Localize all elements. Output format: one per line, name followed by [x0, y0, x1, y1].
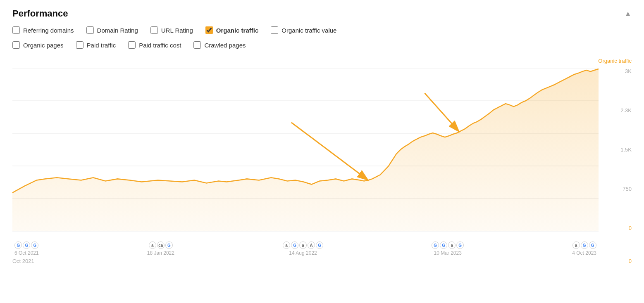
filter-row-2: Organic pages Paid traffic Paid traffic … [12, 41, 632, 54]
x-date-label: 10 Mar 2023 [434, 250, 461, 256]
x-label-oct2021: G G G 6 Oct 2021 [14, 241, 39, 256]
x-axis: G G G 6 Oct 2021 a ca G 18 Jan 2022 a G … [12, 241, 599, 256]
google-icon: G [31, 241, 38, 249]
google-icon: a [448, 241, 456, 249]
filter-row-1: Referring domains Domain Rating URL Rati… [12, 26, 632, 39]
chart-fill-area [12, 69, 599, 231]
page-title: Performance [12, 8, 68, 19]
bottom-left-label: Oct 2021 [12, 258, 34, 264]
google-icon: G [589, 241, 596, 249]
x-date-label: 6 Oct 2021 [14, 250, 39, 256]
google-icon: G [316, 241, 323, 249]
x-label-mar2023: G G a G 10 Mar 2023 [432, 241, 464, 256]
google-icon: G [456, 241, 464, 249]
checkbox-crawled-pages[interactable]: Crawled pages [193, 41, 246, 49]
bottom-right-value: 0 [629, 258, 632, 264]
performance-chart: Organic traffic 3K 2.3K 1.5K 750 0 [12, 58, 632, 256]
google-icon: ca [157, 241, 165, 249]
y-tick-3k: 3K [625, 68, 632, 74]
x-date-label: 4 Oct 2023 [572, 250, 596, 256]
annotation-arrow-1 [291, 123, 368, 180]
checkbox-url-rating[interactable]: URL Rating [150, 26, 193, 34]
y-tick-0: 0 [629, 225, 632, 231]
checkbox-paid-traffic[interactable]: Paid traffic [76, 41, 116, 49]
checkbox-organic-traffic-value[interactable]: Organic traffic value [271, 26, 336, 34]
google-icon: G [440, 241, 447, 249]
x-date-label: 18 Jan 2022 [147, 250, 174, 256]
google-icon: a [299, 241, 307, 249]
google-icon: G [165, 241, 173, 249]
checkbox-organic-pages[interactable]: Organic pages [12, 41, 64, 49]
x-date-label: 14 Aug 2022 [289, 250, 317, 256]
google-icon: a [149, 241, 156, 249]
x-label-aug2022: a G a A G 14 Aug 2022 [283, 241, 323, 256]
google-icon: a [572, 241, 580, 249]
google-icon: G [291, 241, 298, 249]
google-icon: G [581, 241, 588, 249]
google-icon: A [308, 241, 315, 249]
y-axis-ticks: 3K 2.3K 1.5K 750 0 [601, 68, 632, 231]
checkbox-paid-traffic-cost[interactable]: Paid traffic cost [128, 41, 181, 49]
y-tick-2.3k: 2.3K [620, 107, 632, 114]
page-header: Performance ▲ [12, 8, 632, 19]
google-icon: a [283, 241, 290, 249]
google-icon: G [432, 241, 439, 249]
google-icon: G [23, 241, 30, 249]
chart-svg [12, 68, 599, 231]
chart-svg-area [12, 68, 599, 231]
x-label-jan2022: a ca G 18 Jan 2022 [147, 241, 174, 256]
x-label-oct2023: a G G 4 Oct 2023 [572, 241, 596, 256]
checkbox-domain-rating[interactable]: Domain Rating [86, 26, 138, 34]
google-icon: G [14, 241, 22, 249]
checkbox-organic-traffic[interactable]: Organic traffic [205, 26, 259, 34]
collapse-button[interactable]: ▲ [624, 9, 632, 18]
annotation-arrow-2 [425, 93, 459, 132]
checkbox-referring-domains[interactable]: Referring domains [12, 26, 74, 34]
y-axis-label: Organic traffic [598, 58, 632, 64]
y-tick-750: 750 [623, 186, 632, 192]
y-tick-1.5k: 1.5K [620, 147, 632, 153]
